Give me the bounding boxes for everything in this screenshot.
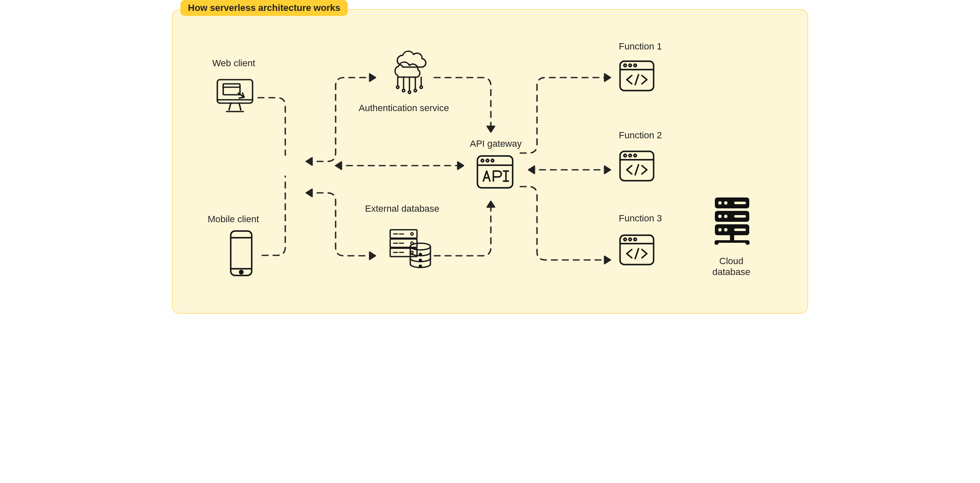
- svg-rect-72: [734, 229, 746, 231]
- diagram-root: How serverless architecture works: [164, 0, 816, 322]
- code-window-icon: [618, 59, 656, 96]
- svg-point-67: [718, 215, 722, 218]
- svg-point-64: [718, 201, 722, 205]
- svg-point-47: [624, 154, 626, 157]
- svg-rect-34: [477, 156, 513, 188]
- svg-rect-2: [223, 84, 240, 95]
- svg-point-41: [624, 64, 626, 67]
- server-rack-solid-icon: [709, 195, 755, 251]
- svg-point-71: [724, 228, 727, 231]
- svg-point-53: [624, 238, 626, 241]
- desktop-icon: [214, 75, 256, 119]
- svg-point-37: [486, 159, 489, 162]
- svg-point-54: [629, 238, 631, 241]
- label-web-client: Web client: [212, 58, 255, 69]
- svg-point-38: [491, 159, 494, 162]
- label-mobile-client: Mobile client: [208, 214, 259, 225]
- svg-line-56: [635, 249, 639, 259]
- svg-point-70: [718, 228, 722, 231]
- api-window-icon: [474, 152, 516, 195]
- svg-rect-60: [730, 235, 734, 241]
- svg-line-50: [635, 165, 639, 175]
- diagram-title: How serverless architecture works: [180, 0, 348, 16]
- svg-point-49: [634, 154, 636, 157]
- svg-point-42: [629, 64, 631, 67]
- svg-point-32: [420, 260, 422, 262]
- cloud-computing-icon: [385, 50, 435, 98]
- svg-line-44: [635, 75, 639, 85]
- svg-rect-69: [734, 215, 746, 218]
- svg-point-36: [481, 159, 484, 162]
- svg-rect-61: [715, 240, 749, 243]
- label-api-gateway: API gateway: [470, 138, 522, 149]
- smartphone-icon: [227, 229, 256, 280]
- svg-point-55: [634, 238, 636, 241]
- label-function3: Function 3: [619, 213, 662, 224]
- svg-point-48: [629, 154, 631, 157]
- server-rack-database-icon: [385, 222, 435, 274]
- svg-point-17: [420, 86, 422, 88]
- svg-point-30: [410, 243, 430, 250]
- code-window-icon: [618, 233, 656, 270]
- svg-point-62: [714, 241, 719, 245]
- label-external-db: External database: [365, 203, 439, 214]
- svg-point-27: [411, 233, 413, 235]
- svg-point-33: [420, 265, 422, 267]
- svg-point-43: [634, 64, 636, 67]
- label-auth-service: Authentication service: [359, 103, 449, 114]
- code-window-icon: [618, 149, 656, 186]
- svg-point-7: [240, 270, 243, 274]
- svg-point-9: [396, 86, 399, 88]
- svg-point-63: [745, 241, 750, 245]
- svg-point-68: [724, 215, 727, 218]
- label-function2: Function 2: [619, 130, 662, 141]
- svg-point-11: [402, 89, 405, 92]
- label-cloud-db: Cloud database: [712, 256, 751, 278]
- svg-point-15: [414, 89, 417, 92]
- svg-point-13: [408, 91, 411, 93]
- label-function1: Function 1: [619, 41, 662, 52]
- svg-point-65: [724, 201, 727, 205]
- svg-point-31: [420, 254, 422, 256]
- svg-rect-66: [734, 202, 746, 204]
